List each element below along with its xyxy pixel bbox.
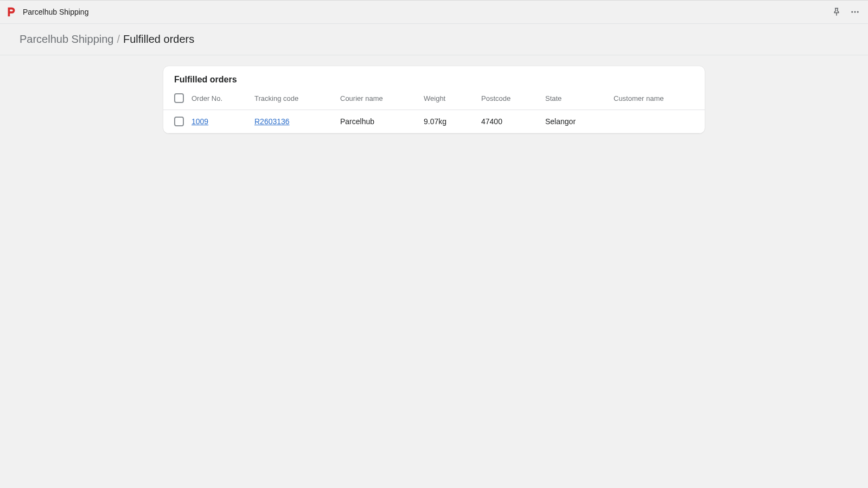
header-tracking[interactable]: Tracking code: [250, 88, 336, 110]
fulfilled-orders-card: Fulfilled orders Order No. Tracking code…: [163, 66, 705, 133]
content-area: Fulfilled orders Order No. Tracking code…: [0, 55, 868, 133]
cell-state: Selangor: [541, 110, 609, 133]
card-title: Fulfilled orders: [163, 66, 705, 88]
breadcrumb-current: Fulfilled orders: [123, 33, 194, 46]
customer-name-truncated: [614, 115, 700, 121]
cell-postcode: 47400: [477, 110, 541, 133]
table-row[interactable]: 1009 R2603136 Parcelhub 9.07kg 47400 Sel…: [163, 110, 705, 133]
breadcrumb-separator: /: [117, 33, 120, 46]
svg-point-3: [857, 11, 859, 13]
cell-courier: Parcelhub: [336, 110, 419, 133]
header-postcode[interactable]: Postcode: [477, 88, 541, 110]
header-weight[interactable]: Weight: [419, 88, 477, 110]
breadcrumb: Parcelhub Shipping / Fulfilled orders: [0, 24, 868, 55]
tracking-link[interactable]: R2603136: [254, 117, 290, 126]
pin-icon[interactable]: [831, 7, 842, 17]
cell-order-no: 1009: [187, 110, 250, 133]
svg-point-1: [851, 11, 853, 13]
orders-table: Order No. Tracking code Courier name Wei…: [163, 88, 705, 133]
svg-point-2: [854, 11, 856, 13]
header-checkbox-cell: [163, 88, 187, 110]
breadcrumb-root[interactable]: Parcelhub Shipping: [20, 33, 113, 46]
select-all-checkbox[interactable]: [174, 93, 184, 103]
more-icon[interactable]: [850, 7, 860, 17]
app-top-bar: Parcelhub Shipping: [0, 0, 868, 24]
header-order-no[interactable]: Order No.: [187, 88, 250, 110]
cell-weight: 9.07kg: [419, 110, 477, 133]
row-checkbox[interactable]: [174, 117, 184, 126]
cell-tracking: R2603136: [250, 110, 336, 133]
row-checkbox-cell: [163, 110, 187, 133]
header-customer[interactable]: Customer name: [609, 88, 705, 110]
top-actions: [831, 7, 860, 17]
parcelhub-logo-icon: [5, 6, 17, 18]
cell-customer: [609, 110, 705, 133]
header-state[interactable]: State: [541, 88, 609, 110]
table-header-row: Order No. Tracking code Courier name Wei…: [163, 88, 705, 110]
app-name: Parcelhub Shipping: [23, 8, 88, 16]
order-link[interactable]: 1009: [192, 117, 208, 126]
brand: Parcelhub Shipping: [5, 6, 88, 18]
header-courier[interactable]: Courier name: [336, 88, 419, 110]
